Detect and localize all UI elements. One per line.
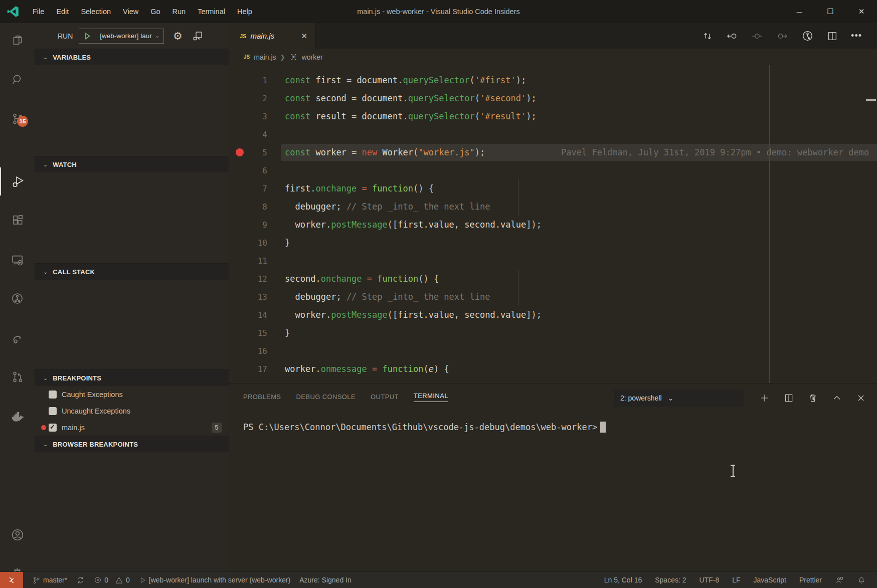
code-line-10[interactable]: 10} (229, 234, 877, 252)
code-line-2[interactable]: 2const second = document.querySelector('… (229, 89, 877, 107)
chevron-down-icon: ⌄ (43, 269, 48, 275)
sync-icon[interactable] (76, 576, 85, 584)
code-editor[interactable]: 1const first = document.querySelector('#… (229, 65, 877, 383)
panel-tab-output[interactable]: OUTPUT (371, 393, 399, 402)
checkbox-checked[interactable] (49, 424, 57, 432)
configure-gear-icon[interactable]: ⚙ (173, 30, 183, 42)
terminal[interactable]: PS C:\Users\Connor\Documents\Github\vsco… (243, 422, 606, 433)
current-change-icon[interactable] (751, 30, 763, 42)
code-line-9[interactable]: 9 worker.postMessage([first.value, secon… (229, 216, 877, 234)
azure-status[interactable]: Azure: Signed In (299, 576, 352, 584)
menu-item-help[interactable]: Help (231, 0, 258, 23)
section-watch[interactable]: ⌄ WATCH (35, 156, 229, 172)
code-line-4[interactable]: 4 (229, 125, 877, 143)
close-tab-icon[interactable]: ✕ (301, 32, 307, 41)
code-line-18[interactable]: 18 result.textContent = e.data; (229, 378, 877, 383)
live-share-icon[interactable] (0, 324, 35, 352)
extensions-icon[interactable] (0, 207, 35, 235)
indentation-status[interactable]: Spaces: 2 (655, 576, 686, 584)
section-variables[interactable]: ⌄ VARIABLES (35, 49, 229, 65)
checkbox-unchecked[interactable] (49, 390, 57, 399)
launch-config-name: [web-worker] laur (95, 32, 155, 40)
breakpoint-row-main-js[interactable]: main.js5 (35, 419, 229, 436)
split-terminal-icon[interactable] (784, 393, 794, 403)
run-and-debug-icon[interactable] (0, 167, 35, 195)
new-terminal-icon[interactable] (760, 393, 770, 403)
panel-tab-problems[interactable]: PROBLEMS (243, 393, 281, 402)
previous-change-icon[interactable] (726, 30, 738, 42)
menu-item-view[interactable]: View (117, 0, 144, 23)
notifications-bell-icon[interactable] (857, 575, 866, 584)
breadcrumb-symbol[interactable]: worker (302, 53, 323, 61)
menu-item-terminal[interactable]: Terminal (192, 0, 231, 23)
maximize-button[interactable]: ☐ (815, 0, 846, 23)
code-line-15[interactable]: 15} (229, 324, 877, 342)
problems-status[interactable]: 0 0 (94, 576, 130, 584)
menu-item-edit[interactable]: Edit (50, 0, 75, 23)
code-line-5[interactable]: 5const worker = new Worker("worker.js");… (229, 143, 877, 161)
search-icon[interactable] (0, 66, 35, 94)
breakpoint-row-uncaught-exceptions[interactable]: Uncaught Exceptions (35, 403, 229, 419)
next-change-icon[interactable] (776, 30, 788, 42)
docker-icon[interactable] (0, 403, 35, 431)
debug-console-icon[interactable] (192, 30, 204, 42)
minimize-button[interactable]: ─ (784, 0, 815, 23)
cursor-position-status[interactable]: Ln 5, Col 16 (604, 576, 642, 584)
remote-indicator[interactable] (0, 572, 23, 588)
line-number: 4 (262, 130, 267, 139)
code-line-1[interactable]: 1const first = document.querySelector('#… (229, 71, 877, 89)
github-pull-request-icon[interactable] (0, 363, 35, 391)
encoding-status[interactable]: UTF-8 (699, 576, 720, 584)
menu-item-file[interactable]: File (27, 0, 50, 23)
breakpoint-dot[interactable] (236, 148, 244, 156)
panel-tab-terminal[interactable]: TERMINAL (414, 392, 448, 402)
section-browser-breakpoints[interactable]: ⌄ BROWSER BREAKPOINTS (35, 436, 229, 452)
section-call-stack[interactable]: ⌄ CALL STACK (35, 263, 229, 280)
kill-terminal-trash-icon[interactable] (808, 393, 818, 403)
explorer-icon[interactable] (0, 26, 35, 54)
code-line-14[interactable]: 14 worker.postMessage([first.value, seco… (229, 306, 877, 324)
maximize-panel-icon[interactable] (832, 393, 842, 403)
code-line-6[interactable]: 6 (229, 161, 877, 179)
line-number: 14 (258, 310, 267, 320)
split-editor-icon[interactable] (827, 31, 838, 42)
code-line-17[interactable]: 17worker.onmessage = function(e) { (229, 360, 877, 378)
remote-explorer-icon[interactable] (0, 246, 35, 274)
language-mode-status[interactable]: JavaScript (754, 576, 786, 584)
code-line-7[interactable]: 7first.onchange = function() { (229, 179, 877, 198)
code-line-16[interactable]: 16 (229, 342, 877, 360)
tab-main-js[interactable]: JS main.js ✕ (229, 23, 316, 49)
code-line-3[interactable]: 3const result = document.querySelector('… (229, 107, 877, 125)
launch-status[interactable]: [web-worker] launch with server (web-wor… (139, 576, 290, 584)
eol-status[interactable]: LF (732, 576, 740, 584)
code-line-8[interactable]: 8 debugger; // Step _into_ the next line (229, 198, 877, 216)
menu-item-go[interactable]: Go (144, 0, 166, 23)
account-icon[interactable] (0, 521, 35, 549)
git-branch-status[interactable]: master* (32, 576, 67, 584)
test-explorer-icon[interactable] (0, 284, 35, 312)
javascript-file-icon: JS (244, 54, 250, 60)
section-breakpoints[interactable]: ⌄ BREAKPOINTS (35, 369, 229, 386)
menu-item-selection[interactable]: Selection (75, 0, 117, 23)
code-line-12[interactable]: 12second.onchange = function() { (229, 270, 877, 288)
source-control-icon[interactable]: 15 (0, 105, 35, 133)
start-debug-button[interactable] (79, 29, 95, 43)
checkbox-unchecked[interactable] (49, 407, 57, 415)
open-changes-icon[interactable] (702, 31, 713, 42)
menu-item-run[interactable]: Run (166, 0, 192, 23)
code-line-11[interactable]: 11 (229, 252, 877, 270)
formatter-status[interactable]: Prettier (799, 576, 822, 584)
breakpoint-row-caught-exceptions[interactable]: Caught Exceptions (35, 386, 229, 403)
code-text: const second = document.querySelector('#… (285, 93, 537, 103)
status-bar: master* 0 0 [web-worker] launch with ser… (0, 571, 877, 588)
feedback-icon[interactable] (835, 575, 844, 584)
panel-tab-debug-console[interactable]: DEBUG CONSOLE (296, 393, 356, 402)
code-line-13[interactable]: 13 debugger; // Step _into_ the next lin… (229, 288, 877, 306)
close-panel-icon[interactable] (856, 393, 866, 403)
launch-config-dropdown[interactable]: [web-worker] laur ⌄ (79, 29, 164, 44)
breadcrumb-file[interactable]: main.js (254, 53, 276, 61)
close-button[interactable]: ✕ (846, 0, 877, 23)
more-actions-icon[interactable]: ••• (851, 31, 862, 41)
run-tests-icon[interactable] (801, 30, 814, 42)
terminal-shell-select[interactable]: 2: powershell ⌄ (614, 389, 744, 407)
